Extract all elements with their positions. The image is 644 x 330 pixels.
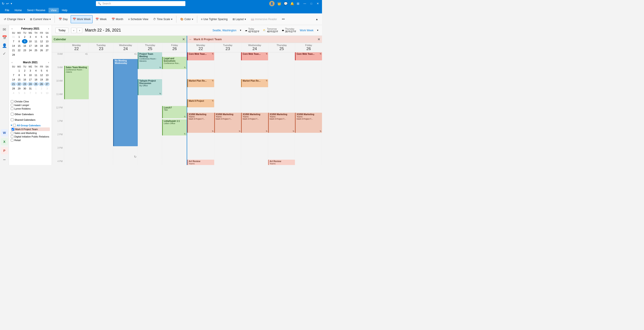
feb-cell[interactable]: 26: [39, 48, 44, 52]
right-cell-fri-9[interactable]: [295, 66, 322, 79]
right-cell-wed-8[interactable]: +3: [241, 52, 268, 66]
left-cell-thu-1[interactable]: [138, 120, 162, 133]
work-week-button[interactable]: 📅 Work Week: [71, 15, 93, 23]
next-week-button[interactable]: ›: [77, 28, 82, 33]
left-cell-mon-9[interactable]: [64, 66, 89, 79]
right-cell-thu-3[interactable]: [268, 146, 295, 160]
feb-cell[interactable]: 4: [33, 35, 39, 39]
feb-cell[interactable]: 19: [39, 44, 44, 48]
feb-cell[interactable]: 23: [22, 48, 28, 52]
change-view-button[interactable]: ↺ Change View ▾: [2, 15, 27, 23]
right-cell-thu-10[interactable]: [268, 79, 295, 92]
feb-cell[interactable]: 20: [44, 44, 50, 48]
left-cell-wed-12[interactable]: [113, 106, 138, 120]
feb-cell-today[interactable]: 9: [22, 39, 28, 44]
right-cell-tue-1[interactable]: [214, 120, 241, 133]
location-button[interactable]: Seattle, Washington: [212, 29, 236, 32]
right-cell-mon-1[interactable]: [187, 120, 214, 133]
feb-cell[interactable]: 6: [44, 35, 50, 39]
feb-cell[interactable]: 21: [11, 48, 16, 52]
left-cell-thu-12[interactable]: [138, 106, 162, 120]
left-cell-wed-9[interactable]: [113, 66, 138, 79]
right-cell-wed-9[interactable]: [241, 66, 268, 79]
right-cell-tue-4[interactable]: [214, 160, 241, 165]
left-cell-wed-3[interactable]: ↻: [113, 146, 138, 160]
left-cell-wed-10[interactable]: [113, 79, 138, 92]
today-button[interactable]: Today: [56, 28, 68, 33]
right-cal-back-button[interactable]: ←: [189, 38, 192, 41]
right-cell-tue-11[interactable]: [214, 92, 241, 106]
window-controls[interactable]: — □ ✕: [302, 2, 320, 6]
left-cell-fri-12[interactable]: [162, 106, 187, 120]
left-cell-mon-2[interactable]: [64, 133, 89, 146]
feb-cell[interactable]: 13: [44, 39, 50, 44]
left-cell-tue-1[interactable]: [89, 120, 113, 133]
bell-icon[interactable]: 🔔: [290, 2, 294, 5]
right-cell-fri-4[interactable]: [295, 160, 322, 165]
left-cell-mon-3[interactable]: [64, 146, 89, 160]
right-cell-tue-9[interactable]: [214, 66, 241, 79]
group-check-sales[interactable]: [11, 132, 14, 134]
left-cell-mon-8[interactable]: +1: [64, 52, 89, 66]
other-cal-header[interactable]: Other Calendars: [11, 112, 50, 116]
my-cal-check-lynne[interactable]: [11, 107, 14, 110]
menu-file[interactable]: File: [3, 8, 12, 13]
menu-view[interactable]: View: [48, 8, 59, 13]
day-button[interactable]: 📅 Day: [56, 15, 70, 23]
right-cell-wed-12[interactable]: [241, 106, 268, 120]
right-cell-mon-12[interactable]: [187, 106, 214, 120]
immersive-reader-button[interactable]: 📖 Immersive Reader: [249, 15, 279, 23]
left-cell-fri-10[interactable]: [162, 79, 187, 92]
left-cell-fri-4[interactable]: [162, 160, 187, 165]
right-cell-tue-8[interactable]: [214, 52, 241, 66]
right-cell-mon-10[interactable]: [187, 79, 214, 92]
feb-cell[interactable]: 28: [11, 52, 16, 57]
right-cell-thu-8[interactable]: [268, 52, 295, 66]
left-cell-fri-3[interactable]: [162, 146, 187, 160]
menu-help[interactable]: Help: [60, 8, 70, 13]
left-cell-wed-2[interactable]: [113, 133, 138, 146]
chat-icon[interactable]: 💬: [284, 2, 288, 5]
left-cell-tue-10[interactable]: [89, 79, 113, 92]
feb-cell[interactable]: 10: [28, 39, 33, 44]
left-cell-fri-1[interactable]: [162, 120, 187, 133]
right-cell-mon-2[interactable]: [187, 133, 214, 146]
left-cell-tue-11[interactable]: [89, 92, 113, 106]
right-cell-fri-12[interactable]: [295, 106, 322, 120]
sidebar-item-people[interactable]: 👤: [1, 42, 8, 49]
mar-prev-btn[interactable]: ‹: [11, 60, 14, 64]
right-cell-thu-12[interactable]: [268, 106, 295, 120]
feb-cell[interactable]: 25: [33, 48, 39, 52]
collapse-button[interactable]: ▲: [314, 15, 320, 23]
refresh-icon[interactable]: ↻: [2, 2, 4, 5]
right-cell-wed-1[interactable]: [241, 120, 268, 133]
feb-cell[interactable]: 2: [22, 35, 28, 39]
right-cell-fri-8[interactable]: +2: [295, 52, 322, 66]
right-cell-tue-3[interactable]: [214, 146, 241, 160]
feb-cell[interactable]: 1: [16, 35, 22, 39]
left-cell-thu-10[interactable]: [138, 79, 162, 92]
left-cell-thu-11[interactable]: [138, 92, 162, 106]
left-cell-wed-1[interactable]: [113, 120, 138, 133]
left-cell-fri-2[interactable]: [162, 133, 187, 146]
feb-cell[interactable]: 5: [39, 35, 44, 39]
menu-send-receive[interactable]: Send / Receive: [25, 8, 48, 13]
left-cell-tue-12[interactable]: [89, 106, 113, 120]
group-cal-header[interactable]: ▾ All Group Calendars: [11, 124, 50, 127]
my-cal-check-isaiah[interactable]: [11, 104, 14, 106]
sidebar-item-excel[interactable]: X: [1, 138, 8, 145]
mar-next-btn[interactable]: ›: [47, 60, 50, 64]
shared-cal-header[interactable]: Shared Calendars: [11, 118, 50, 122]
group-check-digital[interactable]: [11, 135, 14, 138]
prev-week-button[interactable]: ‹: [71, 28, 76, 33]
week-button[interactable]: 📅 Week: [94, 15, 108, 23]
left-cell-tue-4[interactable]: [89, 160, 113, 165]
work-week-view-selector[interactable]: Work Week: [300, 29, 314, 32]
group-check-mark8[interactable]: [12, 128, 14, 130]
left-cal-close-button[interactable]: ✕: [182, 38, 185, 41]
current-view-button[interactable]: ⊞ Current View ▾: [28, 15, 53, 23]
right-cell-wed-10[interactable]: [241, 79, 268, 92]
feb-cell[interactable]: 11: [33, 39, 39, 44]
right-cell-thu-2[interactable]: [268, 133, 295, 146]
right-cell-mon-8[interactable]: +4: [187, 52, 214, 66]
